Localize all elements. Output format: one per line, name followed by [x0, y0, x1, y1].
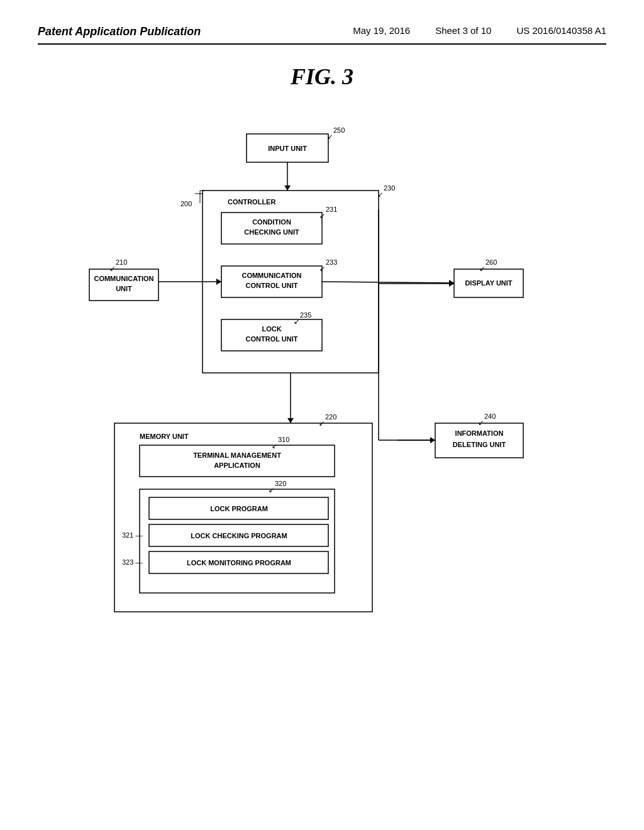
label-233: 233 [326, 258, 337, 266]
memory-unit-box: MEMORY UNIT [140, 433, 189, 440]
page-header: Patent Application Publication May 19, 2… [38, 25, 606, 45]
lock-checking-box: LOCK CHECKING PROGRAM [191, 532, 287, 540]
diagram-svg: .svg-label { font-family: Arial, sans-se… [77, 115, 567, 650]
display-unit-box: DISPLAY UNIT [465, 279, 512, 287]
page: Patent Application Publication May 19, 2… [0, 0, 644, 830]
label-200: 200 [180, 200, 192, 208]
svg-text:↙: ↙ [272, 442, 277, 450]
comm-control-box: COMMUNICATION [242, 272, 301, 279]
lock-monitoring-box: LOCK MONITORING PROGRAM [187, 559, 291, 567]
svg-text:↙: ↙ [294, 318, 299, 325]
comm-unit-box: COMMUNICATION [94, 275, 153, 282]
label-320: 320 [275, 480, 286, 487]
svg-text:UNIT: UNIT [116, 285, 132, 292]
svg-marker-34 [284, 185, 291, 191]
figure-title: FIG. 3 [38, 64, 606, 90]
svg-text:↙: ↙ [319, 212, 325, 219]
pub-date: May 19, 2016 [353, 25, 410, 36]
svg-text:CONTROL UNIT: CONTROL UNIT [246, 282, 298, 289]
label-310: 310 [278, 436, 289, 443]
label-260: 260 [486, 258, 497, 266]
svg-text:↙: ↙ [269, 486, 274, 494]
svg-text:APPLICATION: APPLICATION [214, 462, 260, 469]
label-235: 235 [300, 311, 311, 319]
header-meta: May 19, 2016 Sheet 3 of 10 US 2016/01403… [353, 25, 606, 36]
label-231: 231 [326, 206, 337, 213]
svg-text:CONTROL UNIT: CONTROL UNIT [246, 335, 298, 343]
publication-label: Patent Application Publication [38, 25, 201, 38]
label-210: 210 [116, 258, 127, 266]
svg-text:↙: ↙ [377, 191, 383, 198]
svg-marker-36 [287, 418, 294, 423]
controller-label: CONTROLLER [228, 198, 275, 206]
input-unit-box: INPUT UNIT [268, 145, 307, 152]
svg-rect-20 [140, 445, 335, 477]
svg-text:↙: ↙ [319, 265, 325, 272]
lock-control-box: LOCK [262, 325, 281, 333]
label-240: 240 [484, 412, 496, 420]
condition-checking-box: CONDITION [252, 218, 291, 226]
patent-number: US 2016/0140358 A1 [516, 25, 606, 36]
label-220: 220 [325, 413, 336, 421]
svg-text:CHECKING UNIT: CHECKING UNIT [244, 228, 299, 236]
svg-text:↙: ↙ [109, 265, 115, 272]
svg-text:↙: ↙ [478, 419, 484, 426]
sheet-info: Sheet 3 of 10 [435, 25, 491, 36]
lock-program-box: LOCK PROGRAM [210, 505, 268, 512]
label-321: 321 — [122, 531, 142, 539]
info-deleting-box: INFORMATION [455, 429, 504, 437]
label-323: 323 — [122, 558, 142, 566]
label-250: 250 [333, 126, 345, 134]
svg-text:DELETING UNIT: DELETING UNIT [453, 441, 506, 448]
svg-text:↙: ↙ [319, 419, 325, 427]
svg-text:↙: ↙ [327, 133, 333, 140]
terminal-mgmt-box: TERMINAL MANAGEMENT [193, 451, 281, 459]
label-230: 230 [384, 184, 395, 192]
svg-text:↙: ↙ [479, 265, 485, 272]
